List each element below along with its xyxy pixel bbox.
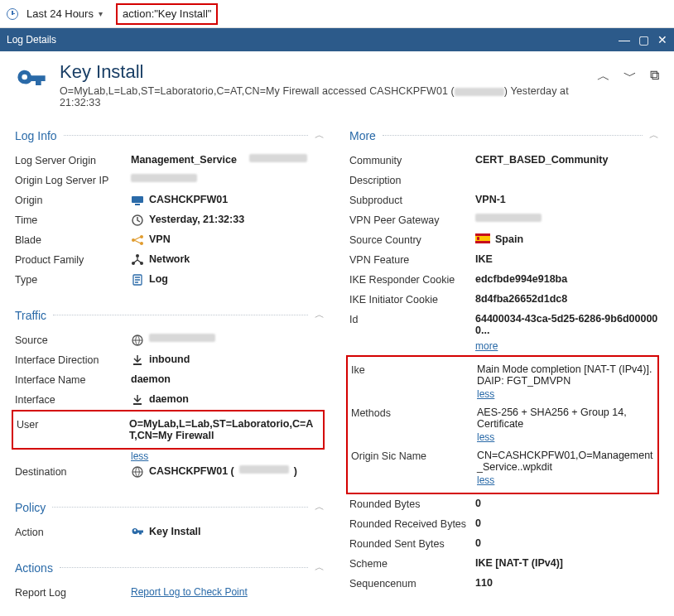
log-subtitle: O=MyLab,L=Lab,ST=Laboratorio,C=AT,CN=My … xyxy=(60,85,597,108)
section-more: More︿ CommunityCERT_BASED_Community Desc… xyxy=(349,128,659,594)
window-controls: — ▢ ✕ xyxy=(619,33,667,46)
field-label: Source xyxy=(15,334,131,346)
content-area: Key Install O=MyLab,L=Lab,ST=Laboratorio… xyxy=(0,51,674,616)
host-icon xyxy=(131,194,144,207)
less-link[interactable]: less xyxy=(477,431,654,443)
field-label: IKE Initiator Cookie xyxy=(349,293,475,306)
field-value: CN=CASHCKPFW01,O=Management_Service..wpk… xyxy=(477,450,654,473)
field-label: User xyxy=(17,418,129,431)
section-traffic: Traffic︿ Source Interface Directioninbou… xyxy=(15,308,325,482)
log-icon xyxy=(131,273,144,286)
globe-icon xyxy=(131,465,144,479)
minimize-icon[interactable]: — xyxy=(619,33,630,46)
field-label: Interface Direction xyxy=(15,354,131,366)
field-value: Main Mode completion [NAT-T (IPv4)]. DAI… xyxy=(477,363,654,387)
panel-title: Log Details xyxy=(7,34,56,46)
field-value: Spain xyxy=(495,233,523,245)
svg-rect-0 xyxy=(132,196,143,203)
section-title: Policy xyxy=(15,501,46,514)
right-column: More︿ CommunityCERT_BASED_Community Desc… xyxy=(349,128,659,616)
more-link[interactable]: more xyxy=(475,340,498,352)
highlighted-user-row: UserO=MyLab,L=Lab,ST=Laboratorio,C=AT,CN… xyxy=(12,410,325,450)
field-value: Management_Service xyxy=(131,154,237,166)
field-label: Interface xyxy=(15,393,131,406)
field-label: Methods xyxy=(351,407,477,419)
network-icon xyxy=(131,253,144,267)
collapse-icon[interactable]: ︿ xyxy=(649,128,659,142)
vpn-icon xyxy=(131,233,144,247)
field-value: 0 xyxy=(475,498,481,509)
section-title: Actions xyxy=(15,561,53,575)
close-icon[interactable]: ✕ xyxy=(657,33,667,46)
redacted-ip xyxy=(239,465,289,474)
section-log-info: Log Info︿ Log Server OriginManagement_Se… xyxy=(15,128,325,290)
field-label: IKE Responder Cookie xyxy=(349,273,475,286)
field-label: Destination xyxy=(15,465,131,478)
collapse-icon[interactable]: ︿ xyxy=(315,561,325,575)
less-link[interactable]: less xyxy=(477,474,654,486)
field-label: Sequencenum xyxy=(349,577,475,590)
section-policy: Policy︿ ActionKey Install xyxy=(15,500,325,542)
redacted-ip xyxy=(149,334,215,342)
field-label: Ike xyxy=(351,363,477,376)
panel-titlebar: Log Details — ▢ ✕ xyxy=(0,28,674,51)
field-value: O=MyLab,L=Lab,ST=Laboratorio,C=AT,CN=My … xyxy=(129,418,320,441)
field-value: Log xyxy=(149,273,168,285)
key-icon xyxy=(15,65,48,98)
field-label: Origin Log Server IP xyxy=(15,174,131,186)
field-value: 0 xyxy=(475,537,481,549)
search-query-box[interactable]: action:"Key Install" xyxy=(116,3,219,25)
redacted-ip xyxy=(475,214,542,222)
report-log-link[interactable]: Report Log to Check Point xyxy=(131,586,248,598)
field-value: 110 xyxy=(475,577,493,589)
field-label: Rounded Bytes xyxy=(349,498,475,510)
maximize-icon[interactable]: ▢ xyxy=(638,33,649,46)
field-value: VPN xyxy=(149,233,171,245)
filter-bar: Last 24 Hours ▾ action:"Key Install" xyxy=(0,0,674,28)
section-title: More xyxy=(349,129,376,142)
collapse-icon[interactable]: ︿ xyxy=(315,308,325,322)
field-label: VPN Peer Gateway xyxy=(349,214,475,226)
section-title: Traffic xyxy=(15,309,46,322)
field-label: Product Family xyxy=(15,253,131,266)
time-range-label[interactable]: Last 24 Hours xyxy=(26,7,94,20)
field-value: 8d4fba26652d1dc8 xyxy=(475,293,567,305)
field-suffix: ) xyxy=(294,465,297,477)
next-icon[interactable]: ﹀ xyxy=(623,68,637,85)
left-column: Log Info︿ Log Server OriginManagement_Se… xyxy=(15,128,325,616)
field-value: CASHCKPFW01 ( xyxy=(149,465,234,477)
field-label: Description xyxy=(349,174,475,186)
field-value: Key Install xyxy=(149,526,201,537)
section-actions: Actions︿ Report LogReport Log to Check P… xyxy=(15,561,325,603)
chevron-down-icon[interactable]: ▾ xyxy=(99,9,103,18)
field-label: Subproduct xyxy=(349,194,475,206)
prev-icon[interactable]: ︿ xyxy=(597,68,610,85)
field-label: Time xyxy=(15,214,131,226)
clock-icon xyxy=(131,214,144,227)
less-link[interactable]: less xyxy=(131,450,148,462)
copy-icon[interactable]: ⧉ xyxy=(650,68,659,85)
highlighted-ike-block: IkeMain Mode completion [NAT-T (IPv4)]. … xyxy=(346,355,659,494)
field-value: 0 xyxy=(475,517,481,529)
field-value: 64400034-43ca-5d25-6286-9b6d000000... xyxy=(475,313,659,336)
field-label: Interface Name xyxy=(15,373,131,386)
field-label: Blade xyxy=(15,233,131,246)
field-value: CERT_BASED_Community xyxy=(475,154,608,166)
inbound-icon xyxy=(131,354,144,367)
collapse-icon[interactable]: ︿ xyxy=(315,128,325,142)
field-label: VPN Feature xyxy=(349,253,475,266)
field-label: Action xyxy=(15,526,131,538)
svg-point-6 xyxy=(136,254,139,257)
field-label: Community xyxy=(349,154,475,166)
field-value: CASHCKPFW01 xyxy=(149,194,228,205)
svg-rect-12 xyxy=(133,403,142,405)
less-link[interactable]: less xyxy=(477,388,654,400)
subtitle-prefix: O=MyLab,L=Lab,ST=Laboratorio,C=AT,CN=My … xyxy=(60,85,455,97)
field-value: inbound xyxy=(149,354,190,365)
svg-rect-11 xyxy=(133,363,142,365)
clock-icon xyxy=(7,8,18,20)
log-title: Key Install xyxy=(60,61,597,83)
collapse-icon[interactable]: ︿ xyxy=(315,500,325,514)
svg-rect-1 xyxy=(135,204,140,205)
field-value: daemon xyxy=(131,373,171,385)
